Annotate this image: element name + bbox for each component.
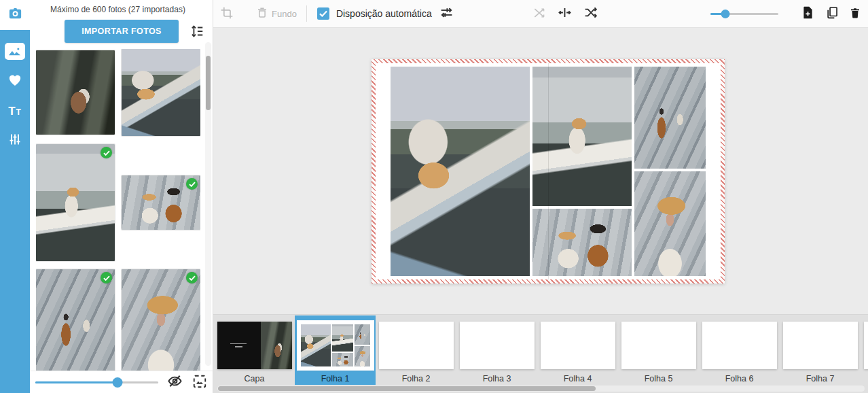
sort-photos-button[interactable]	[189, 24, 204, 39]
heart-icon	[7, 73, 22, 89]
filmstrip-page[interactable]: Capa	[214, 315, 295, 385]
adjust-split-button[interactable]	[558, 5, 572, 22]
page-thumbnail[interactable]	[864, 322, 868, 369]
import-photos-button[interactable]: IMPORTAR FOTOS	[65, 20, 179, 43]
page-thumbnail[interactable]	[541, 322, 615, 369]
photo-used-check-icon	[186, 272, 198, 284]
crop-button[interactable]	[220, 6, 234, 22]
library-footer	[30, 371, 213, 393]
auto-layout-checkbox[interactable]	[317, 7, 329, 20]
slider-thumb[interactable]	[113, 377, 123, 388]
library-photo[interactable]	[122, 269, 200, 371]
page-thumbnail[interactable]	[460, 322, 535, 369]
shuffle-layout-button[interactable]	[583, 5, 598, 22]
library-photo[interactable]	[36, 50, 115, 135]
book-spread[interactable]	[372, 59, 725, 284]
page-label: Capa	[245, 374, 265, 383]
rail-tab-photos[interactable]	[2, 36, 28, 66]
page-label: Folha 2	[402, 374, 431, 383]
text-icon: TT	[8, 105, 22, 117]
cover-photo	[261, 322, 291, 369]
library-scrollbar-thumb[interactable]	[206, 56, 211, 110]
filmstrip-page[interactable]: Folha 7	[780, 315, 861, 385]
library-photo[interactable]	[122, 49, 200, 136]
filmstrip-page[interactable]: Folha 3	[456, 315, 537, 385]
page-thumbnail[interactable]	[217, 322, 292, 369]
delete-page-button[interactable]	[849, 6, 861, 22]
page-thumbnail[interactable]	[379, 322, 454, 369]
page-label: Folha 3	[483, 374, 511, 383]
page-collage-preview	[301, 324, 370, 366]
duplicate-page-button[interactable]	[825, 5, 839, 22]
library-photo[interactable]	[122, 175, 200, 230]
add-page-icon	[801, 5, 815, 22]
spread-page	[376, 63, 721, 279]
library-photo[interactable]	[36, 144, 115, 261]
zoom-slider-thumb[interactable]	[721, 10, 730, 18]
toolbar-divider	[306, 5, 307, 22]
sort-order-icon	[189, 24, 204, 41]
filmstrip-scrollbar-thumb[interactable]	[218, 386, 596, 391]
left-rail: TT	[0, 0, 30, 393]
editor-canvas[interactable]	[213, 28, 868, 314]
filmstrip-page[interactable]	[861, 315, 868, 385]
camera-tab[interactable]	[0, 0, 30, 30]
zoom-slider[interactable]	[710, 9, 778, 18]
photo-limit-text: Máximo de 600 fotos (27 importadas)	[30, 5, 206, 14]
page-thumbnail[interactable]	[702, 322, 777, 369]
filmstrip-page[interactable]: Folha 1	[295, 315, 376, 385]
photobook-editor: TT Máximo de 600 fotos (27 importadas) I…	[0, 0, 868, 393]
cover-title-lines	[230, 343, 247, 347]
copy-icon	[825, 5, 839, 22]
camera-icon	[7, 6, 23, 24]
rail-tabs: TT	[0, 30, 30, 393]
filmstrip-page[interactable]: Folha 5	[618, 315, 699, 385]
page-label: Folha 6	[725, 374, 754, 383]
photo-grid	[36, 49, 200, 371]
layout-settings-button[interactable]	[439, 5, 454, 22]
slider-fill	[35, 381, 117, 383]
rail-tab-favorites[interactable]	[2, 66, 28, 96]
spread-fold-line	[548, 63, 549, 279]
auto-layout-label: Disposição automática	[336, 8, 432, 19]
editor-stage: Fundo Disposição automática	[213, 0, 868, 393]
background-label: Fundo	[272, 9, 297, 19]
rail-tab-adjustments[interactable]	[2, 126, 28, 156]
filmstrip-page[interactable]: Folha 2	[376, 315, 456, 385]
mini-photo	[332, 324, 353, 352]
rail-tab-text[interactable]: TT	[2, 96, 28, 126]
page-label: Folha 5	[645, 374, 673, 383]
thumbnail-size-slider[interactable]	[35, 377, 158, 387]
page-label: Folha 4	[564, 374, 592, 383]
page-label: Folha 1	[321, 374, 350, 383]
image-placeholder-icon	[192, 374, 207, 391]
filmstrip-page[interactable]: Folha 4	[537, 315, 618, 385]
photo-used-check-icon	[101, 147, 112, 158]
crop-icon	[220, 6, 234, 22]
hide-used-photos-toggle[interactable]	[167, 373, 183, 391]
page-thumbnail[interactable]	[621, 322, 696, 369]
page-label: Folha 7	[806, 374, 835, 383]
photos-icon	[5, 43, 25, 60]
spread-photo-4[interactable]	[634, 67, 706, 169]
page-thumbnail[interactable]	[783, 322, 858, 369]
page-filmstrip: Capa Fol	[213, 314, 868, 393]
show-placeholders-toggle[interactable]	[192, 374, 207, 391]
page-thumbnail[interactable]	[298, 322, 373, 369]
swap-photos-button[interactable]	[532, 6, 546, 22]
photo-used-check-icon	[101, 272, 112, 284]
delete-background-button[interactable]: Fundo	[256, 6, 297, 22]
filmstrip-pages: Capa Fol	[214, 315, 868, 385]
vertical-sliders-icon	[8, 133, 22, 149]
library-photo[interactable]	[36, 269, 115, 371]
mini-photo	[355, 324, 370, 345]
editor-toolbar: Fundo Disposição automática	[213, 0, 868, 28]
spread-photo-1[interactable]	[391, 67, 530, 276]
filmstrip-scrollbar[interactable]	[217, 386, 865, 392]
add-page-button[interactable]	[801, 5, 815, 22]
shuffle-icon	[583, 5, 598, 22]
trash-icon	[849, 6, 861, 22]
library-scrollbar[interactable]	[205, 42, 211, 366]
spread-photo-5[interactable]	[634, 171, 706, 276]
filmstrip-page[interactable]: Folha 6	[699, 315, 780, 385]
